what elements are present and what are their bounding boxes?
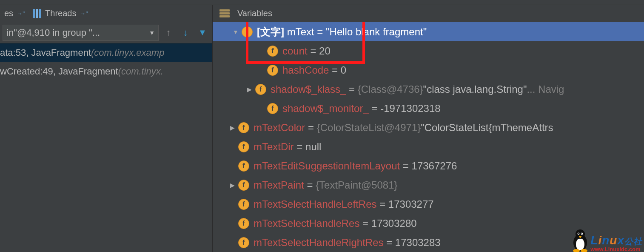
tab-variables[interactable]: Variables (213, 7, 276, 20)
var-extra: ... Navig (527, 83, 564, 95)
var-value: "class java.lang.String" (423, 83, 527, 95)
variable-row-shadowmonitor[interactable]: f shadow$_monitor_ = -1971302318 (213, 99, 644, 118)
field-icon: f (267, 103, 278, 114)
watermark: Linux公社 www.Linuxidc.com (571, 228, 642, 252)
var-name: shadow$_monitor_ (282, 103, 369, 115)
var-value: 17303283 (395, 237, 441, 249)
field-icon: f (267, 46, 278, 57)
var-value: 0 (341, 64, 346, 76)
chevron-down-icon: ▼ (149, 29, 155, 36)
stack-frames-list: ata:53, JavaFragment (com.tinyx.examp wC… (0, 43, 212, 252)
main-area: es →" Threads →" in"@4,910 in group "...… (0, 5, 644, 252)
field-icon: f (238, 180, 249, 191)
variables-icon (219, 9, 230, 18)
tab-threads[interactable]: Threads →" (29, 7, 92, 20)
var-name: mTextSelectHandleRightRes (254, 237, 383, 249)
var-value: 20 (319, 45, 331, 57)
svg-point-4 (578, 233, 579, 234)
tab-label: Threads (45, 9, 76, 18)
tab-label: Variables (237, 9, 272, 18)
field-icon: f (255, 84, 266, 95)
variable-row-mtexteditsug[interactable]: f mTextEditSuggestionItemLayout = 173672… (213, 156, 644, 175)
var-name: count (282, 45, 308, 57)
pin-icon: →" (80, 10, 88, 17)
var-name: mTextSelectHandleLeftRes (254, 198, 376, 210)
watermark-url: www.Linuxidc.com (590, 246, 642, 252)
var-name: mTextColor (254, 122, 305, 134)
variable-row-hashcode[interactable]: f hashCode = 0 (213, 60, 644, 80)
expand-icon[interactable]: ▶ (226, 124, 238, 131)
var-value: "ColorStateList{mThemeAttrs (421, 122, 553, 134)
var-name: mTextPaint (254, 179, 304, 191)
variable-row-count[interactable]: f count = 20 (213, 41, 644, 60)
var-name: hashCode (282, 64, 329, 76)
field-icon: f (238, 141, 249, 152)
top-toolbar (0, 0, 644, 5)
stack-frame-row[interactable]: ata:53, JavaFragment (com.tinyx.examp (0, 43, 212, 62)
frame-location: ata:53, JavaFragment (0, 47, 91, 58)
field-icon: f (238, 218, 249, 229)
svg-point-6 (581, 233, 582, 234)
var-annotation: [文字] (257, 25, 284, 39)
variables-panel: Variables ▼ f [文字] mText = "Hello blank … (213, 5, 644, 252)
field-icon: f (238, 160, 249, 172)
var-ref: {Class@4736} (358, 83, 423, 95)
svg-point-1 (576, 238, 584, 250)
field-icon: f (238, 237, 249, 248)
field-icon: f (267, 65, 278, 76)
variables-tab-bar: Variables (213, 5, 644, 22)
pin-icon: →" (17, 10, 25, 17)
penguin-icon (571, 228, 590, 252)
stack-frame-row[interactable]: wCreated:49, JavaFragment (com.tinyx. (0, 62, 212, 81)
frame-package: (com.tinyx.examp (91, 47, 164, 58)
equals-sign: = (314, 26, 326, 38)
arrow-up-icon: ↑ (166, 27, 171, 38)
var-ref: {ColorStateList@4971} (317, 122, 421, 134)
variables-tree: ▼ f [文字] mText = "Hello blank fragment" … (213, 22, 644, 252)
tab-label: es (4, 9, 13, 18)
thread-selector[interactable]: in"@4,910 in group "... ▼ (3, 25, 159, 41)
arrow-down-icon: ↓ (183, 27, 188, 38)
thread-selector-label: in"@4,910 in group "... (6, 27, 100, 38)
var-value: null (305, 141, 321, 153)
frame-location: wCreated:49, JavaFragment (0, 66, 118, 77)
threads-icon (33, 9, 42, 18)
frames-toolbar: in"@4,910 in group "... ▼ ↑ ↓ ▼ (0, 22, 212, 43)
variable-row-mtextdir[interactable]: f mTextDir = null (213, 137, 644, 156)
variable-row-mtextpaint[interactable]: ▶ f mTextPaint = {TextPaint@5081} (213, 175, 644, 195)
var-ref: {TextPaint@5081} (316, 179, 398, 191)
frames-tab-bar: es →" Threads →" (0, 5, 212, 22)
field-icon: f (238, 122, 249, 133)
watermark-title: Linux公社 (590, 235, 642, 246)
var-value: "Hello blank fragment" (326, 26, 427, 38)
watermark-text: Linux公社 www.Linuxidc.com (590, 235, 642, 252)
nav-frame-up[interactable]: ↑ (161, 26, 176, 40)
var-value: -1971302318 (380, 103, 440, 115)
var-value: 17303280 (371, 218, 417, 229)
frames-panel: es →" Threads →" in"@4,910 in group "...… (0, 5, 213, 252)
frame-package: (com.tinyx. (118, 66, 163, 77)
expand-icon[interactable]: ▶ (226, 182, 238, 189)
field-icon: f (242, 26, 253, 37)
var-name: mText (287, 26, 314, 38)
nav-frame-down[interactable]: ↓ (178, 26, 193, 40)
tab-frames-partial[interactable]: es →" (0, 7, 29, 20)
variable-row-shadowklass[interactable]: ▶ f shadow$_klass_ = {Class@4736} "class… (213, 80, 644, 99)
variable-row-mtextcolor[interactable]: ▶ f mTextColor = {ColorStateList@4971} "… (213, 118, 644, 137)
variable-row-mtext[interactable]: ▼ f [文字] mText = "Hello blank fragment" (213, 22, 644, 41)
filter-frames[interactable]: ▼ (195, 26, 210, 40)
var-name: shadow$_klass_ (271, 83, 346, 95)
var-name: mTextSelectHandleRes (254, 218, 359, 229)
var-name: mTextEditSuggestionItemLayout (254, 160, 400, 172)
var-name: mTextDir (254, 141, 294, 153)
collapse-icon[interactable]: ▼ (230, 29, 242, 35)
filter-icon: ▼ (198, 28, 207, 37)
expand-icon[interactable]: ▶ (243, 86, 255, 93)
variable-row-mselleft[interactable]: f mTextSelectHandleLeftRes = 17303277 (213, 195, 644, 214)
field-icon: f (238, 199, 249, 210)
var-value: 17303277 (388, 198, 434, 210)
var-value: 17367276 (412, 160, 457, 172)
